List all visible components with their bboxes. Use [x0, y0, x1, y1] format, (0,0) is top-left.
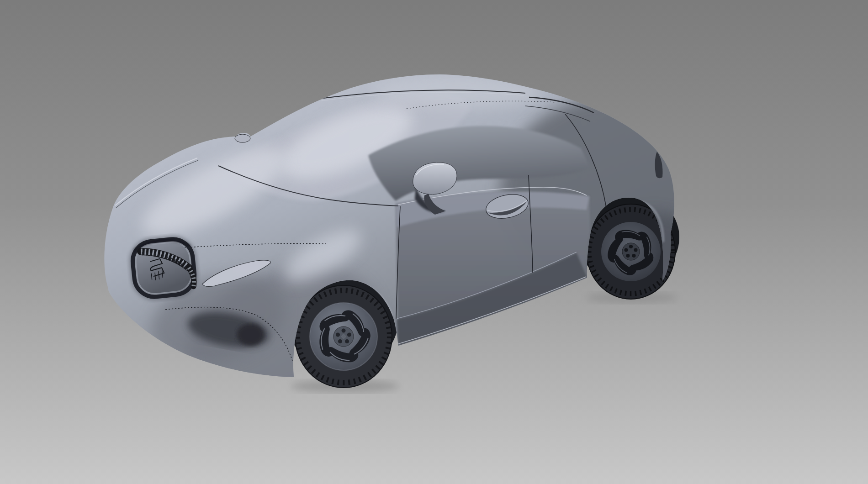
- grille: [131, 237, 196, 299]
- front-center-cap: [342, 335, 345, 338]
- 3d-viewport[interactable]: 3D surface-model render: silver concept …: [0, 0, 868, 484]
- bumper-intake-dark: [237, 324, 264, 346]
- front-wheel: [295, 285, 392, 388]
- cowl-nub: [235, 134, 250, 142]
- taillight-recess: [655, 152, 663, 178]
- car-render: 3D surface-model render: silver concept …: [0, 0, 868, 484]
